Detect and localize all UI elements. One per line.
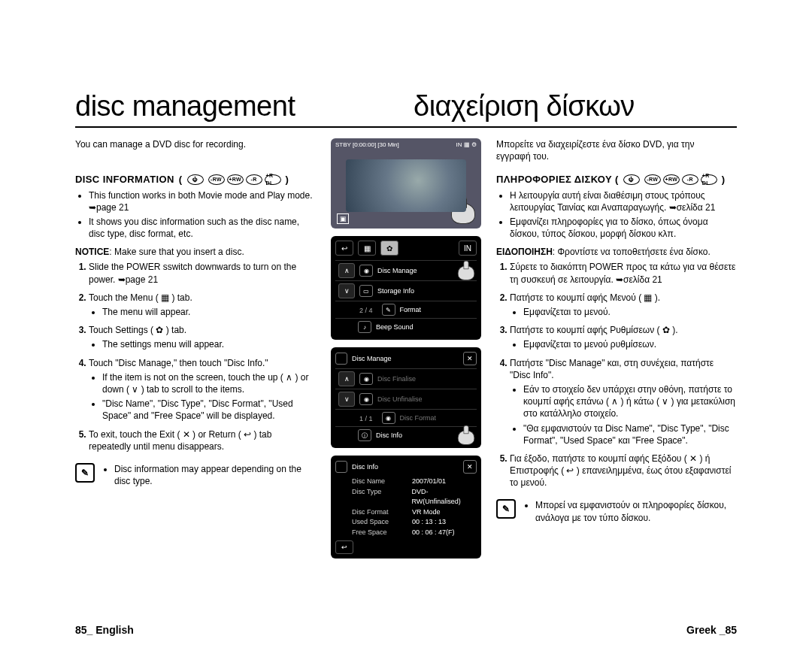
info-value: 00 : 13 : 13 xyxy=(412,517,446,528)
disc-type-icon: -RW xyxy=(644,174,661,185)
note-greek: ✎ Μπορεί να εμφανιστούν οι πληροφορίες δ… xyxy=(496,499,737,525)
menu-item[interactable]: Disc Info xyxy=(376,431,402,439)
finger-icon xyxy=(451,203,475,224)
disc-type-icon: +RW xyxy=(227,174,244,185)
disc-type-icon: -R xyxy=(682,174,698,185)
bullet: Η λειτουργία αυτή είναι διαθέσιμη στους … xyxy=(510,189,737,213)
menu-item[interactable]: Disc Manage xyxy=(377,267,417,274)
step: To exit, touch the Exit ( ✕ ) or Return … xyxy=(89,428,316,453)
up-arrow-button[interactable]: ∧ xyxy=(338,371,355,386)
note-english: ✎ Disc information may appear depending … xyxy=(75,463,316,489)
menu-tab-icon[interactable]: ▦ xyxy=(358,241,376,256)
bullet: This function works in both Movie mode a… xyxy=(89,189,316,213)
page-counter: 1 / 1 xyxy=(359,415,373,422)
disc-info-icon: ⓘ xyxy=(358,429,371,441)
info-value: DVD-RW(Unfinalised) xyxy=(411,487,477,507)
menu-item[interactable]: Disc Unfinalise xyxy=(377,395,474,403)
intro-greek: Μπορείτε να διαχειρίζεστε ένα δίσκο DVD,… xyxy=(496,138,722,162)
step: Πατήστε το κουμπί αφής Μενού ( ▦ ). Εμφα… xyxy=(510,292,737,318)
note-text: Μπορεί να εμφανιστούν οι πληροφορίες δίσ… xyxy=(535,499,737,523)
down-arrow-button[interactable]: ∨ xyxy=(338,283,355,298)
info-value: 00 : 06 : 47(F) xyxy=(412,528,455,538)
menu-title: Disc Manage xyxy=(352,355,392,362)
horizontal-rule xyxy=(75,126,737,128)
step: Για έξοδο, πατήστε το κουμπί αφής Εξόδου… xyxy=(510,453,737,489)
disc-format-icon: ◉ xyxy=(382,412,395,424)
sub-bullet: Εμφανίζεται το μενού. xyxy=(523,306,737,318)
rec-tags: IN ▦ ⚙ xyxy=(456,141,477,148)
sub-bullet: If the item is not on the screen, touch … xyxy=(102,371,316,395)
screenshot-column: STBY [0:00:00] [30 Min] IN ▦ ⚙ ▣ ↩ ▦ ✿ I… xyxy=(331,138,481,566)
sub-bullet: The menu will appear. xyxy=(102,306,316,318)
menu-item[interactable]: Disc Finalise xyxy=(377,375,474,383)
info-key: Disc Type xyxy=(352,487,404,507)
up-arrow-button[interactable]: ∧ xyxy=(338,263,355,278)
disc-info-table: Disc Name2007/01/01 Disc TypeDVD-RW(Unfi… xyxy=(352,477,477,537)
info-value: VR Mode xyxy=(412,507,441,518)
menu-item[interactable]: Storage Info xyxy=(377,287,474,295)
section-head-english: DISC INFORMATION (⏻ -RW +RW -R +R DL ) xyxy=(75,173,316,186)
disc-type-icon: +R DL xyxy=(265,174,281,185)
menu-title: Disc Info xyxy=(352,463,378,471)
step: Σύρετε το διακόπτη POWER προς τα κάτω γι… xyxy=(510,261,737,285)
info-value: 2007/01/01 xyxy=(412,477,446,487)
screenshot-settings-menu: ↩ ▦ ✿ IN ∧◉Disc Manage ∨▭Storage Info 2 … xyxy=(331,236,481,340)
settings-icon xyxy=(335,461,347,473)
section-title-greek: ΠΛΗΡΟΦΟΡΙΕΣ ΔΙΣΚΟΥ ( xyxy=(496,173,619,186)
note-text: Disc information may appear depending on… xyxy=(114,463,316,487)
down-arrow-button[interactable]: ∨ xyxy=(338,392,355,407)
disc-icon: ⏻ xyxy=(187,174,204,185)
beep-sound-icon: ♪ xyxy=(358,321,371,333)
note-icon: ✎ xyxy=(496,499,516,519)
play-tab-icon[interactable]: ▣ xyxy=(337,213,349,224)
back-tab-icon[interactable]: ↩ xyxy=(335,241,353,256)
disc-type-icon: -RW xyxy=(208,174,225,185)
rec-status: STBY [0:00:00] [30 Min] xyxy=(335,141,399,148)
step: Touch "Disc Manage," then touch "Disc In… xyxy=(89,357,316,422)
notice-greek: ΕΙΔΟΠΟΙΗΣΗ: Φροντίστε να τοποθετήσετε έν… xyxy=(496,246,737,258)
title-english: disc management xyxy=(75,90,298,127)
finger-icon xyxy=(458,430,474,445)
sub-bullet: "Θα εμφανιστούν τα Disc Name", "Disc Typ… xyxy=(523,422,737,447)
settings-tab-icon[interactable]: ✿ xyxy=(380,241,398,256)
disc-manage-icon: ◉ xyxy=(359,265,373,277)
page-counter: 2 / 4 xyxy=(359,307,373,314)
storage-info-icon: ▭ xyxy=(359,285,373,297)
bullet: Εμφανίζει πληροφορίες για το δίσκο, όπως… xyxy=(510,216,737,240)
disc-icon: ⏻ xyxy=(623,174,640,185)
format-icon: ✎ xyxy=(382,304,395,316)
finger-icon xyxy=(458,265,474,280)
menu-item[interactable]: Disc Format xyxy=(400,414,474,422)
sub-bullet: "Disc Name", "Disc Type", "Disc Format",… xyxy=(102,398,316,422)
menu-item[interactable]: Beep Sound xyxy=(376,323,474,331)
column-greek: ΠΛΗΡΟΦΟΡΙΕΣ ΔΙΣΚΟΥ ( ⏻ -RW +RW -R +R DL … xyxy=(496,173,737,526)
sub-bullet: Εάν το στοιχείο δεν υπάρχει στην οθόνη, … xyxy=(523,383,737,420)
screenshot-disc-info: Disc Info ✕ Disc Name2007/01/01 Disc Typ… xyxy=(331,456,481,559)
disc-type-icon: +R DL xyxy=(701,174,717,185)
step: Touch the Menu ( ▦ ) tab. The menu will … xyxy=(89,292,316,318)
notice-english: NOTICE: NOTICE: Make sure that you inser… xyxy=(75,246,316,258)
screenshot-record-mode: STBY [0:00:00] [30 Min] IN ▦ ⚙ ▣ xyxy=(331,138,481,229)
menu-item[interactable]: Format xyxy=(400,306,474,313)
info-key: Used Space xyxy=(352,517,404,528)
disc-type-icon: -R xyxy=(246,174,262,185)
note-icon: ✎ xyxy=(75,463,95,483)
disc-type-icon: +RW xyxy=(663,174,680,185)
footer-greek: Greek _85 xyxy=(686,624,737,636)
disc-finalise-icon: ◉ xyxy=(359,373,373,385)
step: Πατήστε το κουμπί αφής Ρυθμίσεων ( ✿ ). … xyxy=(510,324,737,350)
section-head-greek: ΠΛΗΡΟΦΟΡΙΕΣ ΔΙΣΚΟΥ ( ⏻ -RW +RW -R +R DL … xyxy=(496,173,737,186)
intro-english: You can manage a DVD disc for recording. xyxy=(75,138,301,150)
close-button[interactable]: ✕ xyxy=(463,460,477,474)
sub-bullet: Εμφανίζεται το μενού ρυθμίσεων. xyxy=(523,338,737,350)
section-title-english: DISC INFORMATION xyxy=(75,173,174,186)
screenshot-disc-manage: Disc Manage ✕ ∧◉Disc Finalise ∨◉Disc Unf… xyxy=(331,347,481,448)
close-button[interactable]: ✕ xyxy=(463,352,477,365)
info-key: Free Space xyxy=(352,528,404,538)
bullet: It shows you disc information such as th… xyxy=(89,216,316,240)
in-indicator-icon: IN xyxy=(459,241,477,256)
title-greek: διαχείριση δίσκων xyxy=(414,90,638,127)
return-button[interactable]: ↩ xyxy=(335,540,353,554)
info-key: Disc Format xyxy=(352,507,404,518)
footer-english: 85_ English xyxy=(75,624,134,636)
